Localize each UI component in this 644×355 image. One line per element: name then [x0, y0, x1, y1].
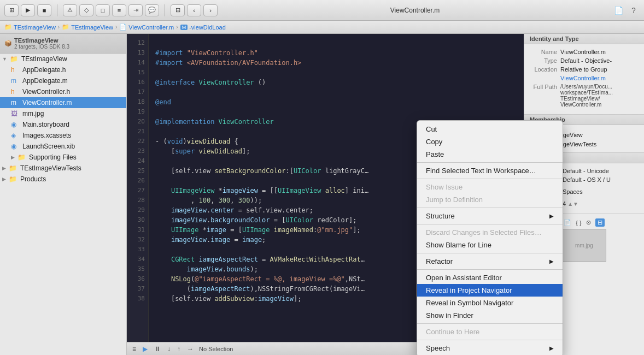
- menu-open-assistant[interactable]: Open in Assistant Editor: [417, 271, 563, 284]
- menu-paste-label: Paste: [426, 150, 444, 158]
- bottom-step-button[interactable]: ↓: [166, 345, 172, 353]
- bottom-pause-button[interactable]: ⏸: [153, 345, 162, 353]
- img-file-icon: 🖼: [11, 110, 20, 117]
- speech-bubble-button[interactable]: 💬: [145, 4, 159, 16]
- fullpath-row: Full Path /Users/wuyun/Docu...workspace/…: [530, 84, 639, 108]
- code-line-19: [155, 107, 517, 117]
- breadcrumb-folder1[interactable]: 📁 TEstImageView: [4, 23, 56, 31]
- toolbar: ⊞ ▶ ■ ⚠ ◇ □ ≡ ⇥ 💬 ⊟ ‹ › ViewController.m…: [0, 0, 644, 21]
- project-icon: 📦: [4, 40, 12, 47]
- thumbnail-tool-4[interactable]: ⊟: [595, 218, 605, 227]
- menu-show-issue: Show Issue: [417, 181, 563, 193]
- folder-open-icon: 📁: [10, 55, 19, 63]
- breadcrumb-sep-1: ›: [58, 24, 60, 30]
- sidebar-item-mm-jpg[interactable]: 🖼 mm.jpg: [0, 108, 126, 119]
- menu-paste[interactable]: Paste: [417, 148, 563, 161]
- menu-show-issue-label: Show Issue: [426, 183, 462, 191]
- menu-cut[interactable]: Cut: [417, 123, 563, 135]
- menu-show-blame[interactable]: Show Blame for Line: [417, 239, 563, 251]
- sidebar-label-products: Products: [20, 175, 46, 183]
- menu-speech[interactable]: Speech ▶: [417, 342, 563, 354]
- sidebar-item-launchscreen-xib[interactable]: ◉ LaunchScreen.xib: [0, 141, 126, 152]
- menu-show-blame-label: Show Blame for Line: [426, 241, 491, 249]
- sidebar-item-viewcontroller-h[interactable]: h ViewController.h: [0, 86, 126, 97]
- bottom-filter-button[interactable]: ≡: [131, 345, 137, 353]
- diamond-button[interactable]: ◇: [79, 4, 93, 16]
- sidebar-item-supporting-files[interactable]: ▶ 📁 Supporting Files: [0, 152, 126, 163]
- sidebar-item-appdelegate-h[interactable]: h AppDelegate.h: [0, 64, 126, 75]
- menu-refactor-arrow: ▶: [549, 258, 554, 264]
- context-menu: Cut Copy Paste Find Selected Text in Wor…: [417, 120, 563, 355]
- bottom-stepout-button[interactable]: ↑: [176, 345, 182, 353]
- sidebar-item-testimageview-root[interactable]: ▼ 📁 TEstImageView: [0, 54, 126, 64]
- toolbar-editor-group: ⊟ ‹ ›: [171, 4, 218, 16]
- menu-discard-changes: Discard Changes in Selected Files…: [417, 226, 563, 239]
- type-row: Type Default - Objective-: [530, 57, 639, 64]
- bottom-play-button[interactable]: ▶: [142, 345, 149, 353]
- menu-reveal-symbol[interactable]: Reveal in Symbol Navigator: [417, 297, 563, 309]
- thumbnail-tool-2[interactable]: { }: [576, 220, 581, 226]
- forward-button[interactable]: ›: [203, 4, 218, 16]
- menu-copy[interactable]: Copy: [417, 135, 563, 148]
- breadcrumb-sep-3: ›: [176, 24, 178, 30]
- code-line-13: #import "ViewController.h": [155, 48, 517, 58]
- bottom-stepover-button[interactable]: →: [186, 345, 195, 353]
- code-line-18: @end: [155, 97, 517, 107]
- menu-refactor[interactable]: Refactor ▶: [417, 255, 563, 268]
- sidebar-item-appdelegate-m[interactable]: m AppDelegate.m: [0, 75, 126, 86]
- warning-button[interactable]: ⚠: [63, 4, 77, 16]
- sidebar-label-launchscreen-xib: LaunchScreen.xib: [22, 143, 75, 150]
- relative-row: ViewController.m: [530, 75, 639, 81]
- run-button[interactable]: ▶: [21, 4, 35, 16]
- menu-sep-6: [417, 269, 563, 270]
- sidebar-item-images-xcassets[interactable]: ◈ Images.xcassets: [0, 130, 126, 141]
- menu-sep-5: [417, 253, 563, 253]
- no-selection-label: No Selection: [199, 346, 233, 352]
- sidebar-label-main-storyboard: Main.storyboard: [22, 121, 69, 128]
- thumbnail-tool-1[interactable]: 📄: [564, 219, 571, 226]
- line-button[interactable]: ≡: [112, 4, 126, 16]
- sidebar-item-main-storyboard[interactable]: ◉ Main.storyboard: [0, 119, 126, 130]
- stop-button[interactable]: ■: [37, 4, 51, 16]
- grid-button[interactable]: ⊞: [4, 4, 19, 16]
- sidebar-item-products[interactable]: ▶ 📁 Products: [0, 174, 126, 185]
- xcassets-icon: ◈: [11, 132, 20, 139]
- breadcrumb-label-1: TEstImageView: [14, 24, 56, 31]
- identity-type-header: Identity and Type: [524, 34, 644, 44]
- menu-structure[interactable]: Structure ▶: [417, 210, 563, 222]
- code-line-12: [155, 38, 517, 48]
- method-badge: M: [180, 25, 188, 30]
- menu-show-finder[interactable]: Show in Finder: [417, 309, 563, 322]
- sidebar-item-testimageviewtests[interactable]: ▶ 📁 TEstImageViewTests: [0, 163, 126, 174]
- back-button[interactable]: ‹: [187, 4, 201, 16]
- relative-value: ViewController.m: [560, 75, 639, 81]
- location-row: Location Relative to Group: [530, 66, 639, 73]
- menu-reveal-project[interactable]: Reveal in Project Navigator: [417, 284, 563, 297]
- file-list: ▼ 📁 TEstImageView h AppDelegate.h m AppD…: [0, 54, 126, 355]
- breadcrumb-file[interactable]: 📄 ViewController.m: [119, 23, 174, 31]
- editor-layout-button[interactable]: ⊟: [171, 4, 185, 16]
- help-icon-button[interactable]: ?: [628, 4, 640, 16]
- square-button[interactable]: □: [96, 4, 110, 16]
- type-label: Type: [530, 57, 560, 64]
- thumbnail-image: mm.jpg: [563, 229, 606, 262]
- storyboard-icon: ◉: [11, 121, 20, 128]
- folder-closed-icon-2: 📁: [9, 164, 17, 172]
- breadcrumb-method[interactable]: M -viewDidLoad: [180, 24, 226, 31]
- type-value: Default - Objective-: [560, 57, 639, 64]
- menu-refactor-label: Refactor: [426, 257, 453, 265]
- menu-find-selected[interactable]: Find Selected Text in Workspace…: [417, 164, 563, 177]
- h-file-icon-2: h: [11, 88, 20, 96]
- toolbar-divider-1: [57, 4, 57, 16]
- breadcrumb-folder2[interactable]: 📁 TEstImageView: [62, 23, 113, 31]
- code-line-15: [155, 68, 517, 78]
- doc-icon-button[interactable]: 📄: [612, 4, 624, 16]
- indent-button[interactable]: ⇥: [128, 4, 143, 16]
- breadcrumb-label-2: TEstImageView: [71, 24, 113, 31]
- menu-copy-label: Copy: [426, 138, 442, 146]
- project-name: TEstImageView: [14, 37, 69, 44]
- thumbnail-tool-3[interactable]: ⊙: [586, 219, 591, 226]
- sidebar-item-viewcontroller-m[interactable]: m ViewController.m: [0, 97, 126, 108]
- sidebar-label-testimageview: TEstImageView: [21, 55, 67, 63]
- menu-show-finder-label: Show in Finder: [426, 311, 473, 319]
